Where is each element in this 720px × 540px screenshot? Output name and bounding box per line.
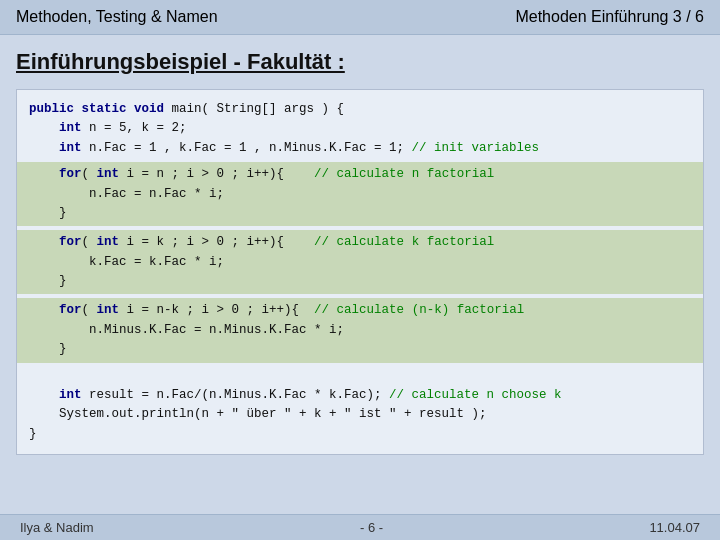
main-content: Einführungsbeispiel - Fakultät : public … bbox=[0, 35, 720, 463]
code-line-15: System.out.println(n + " über " + k + " … bbox=[29, 405, 691, 424]
code-line-4: for( int i = n ; i > 0 ; i++){ // calcul… bbox=[29, 165, 691, 184]
code-line-8: k.Fac = k.Fac * i; bbox=[29, 253, 691, 272]
header-right: Methoden Einführung 3 / 6 bbox=[515, 8, 704, 26]
code-line-12: } bbox=[29, 340, 691, 359]
highlight-block-1: for( int i = n ; i > 0 ; i++){ // calcul… bbox=[17, 162, 703, 226]
code-line-16: } bbox=[29, 425, 691, 444]
code-line-3: int n.Fac = 1 , k.Fac = 1 , n.Minus.K.Fa… bbox=[29, 139, 691, 158]
code-line-1: public static void main( String[] args )… bbox=[29, 100, 691, 119]
code-line-13 bbox=[29, 367, 691, 386]
footer-right: 11.04.07 bbox=[649, 520, 700, 535]
code-line-11: n.Minus.K.Fac = n.Minus.K.Fac * i; bbox=[29, 321, 691, 340]
slide-title: Einführungsbeispiel - Fakultät : bbox=[16, 49, 704, 75]
code-line-2: int n = 5, k = 2; bbox=[29, 119, 691, 138]
highlight-block-2: for( int i = k ; i > 0 ; i++){ // calcul… bbox=[17, 230, 703, 294]
code-line-10: for( int i = n-k ; i > 0 ; i++){ // calc… bbox=[29, 301, 691, 320]
header: Methoden, Testing & Namen Methoden Einfü… bbox=[0, 0, 720, 35]
code-line-9: } bbox=[29, 272, 691, 291]
code-block: public static void main( String[] args )… bbox=[16, 89, 704, 455]
code-line-14: int result = n.Fac/(n.Minus.K.Fac * k.Fa… bbox=[29, 386, 691, 405]
code-line-6: } bbox=[29, 204, 691, 223]
highlight-block-3: for( int i = n-k ; i > 0 ; i++){ // calc… bbox=[17, 298, 703, 362]
code-line-7: for( int i = k ; i > 0 ; i++){ // calcul… bbox=[29, 233, 691, 252]
footer-center: - 6 - bbox=[360, 520, 383, 535]
header-left: Methoden, Testing & Namen bbox=[16, 8, 218, 26]
footer: Ilya & Nadim - 6 - 11.04.07 bbox=[0, 514, 720, 540]
footer-left: Ilya & Nadim bbox=[20, 520, 94, 535]
code-line-5: n.Fac = n.Fac * i; bbox=[29, 185, 691, 204]
